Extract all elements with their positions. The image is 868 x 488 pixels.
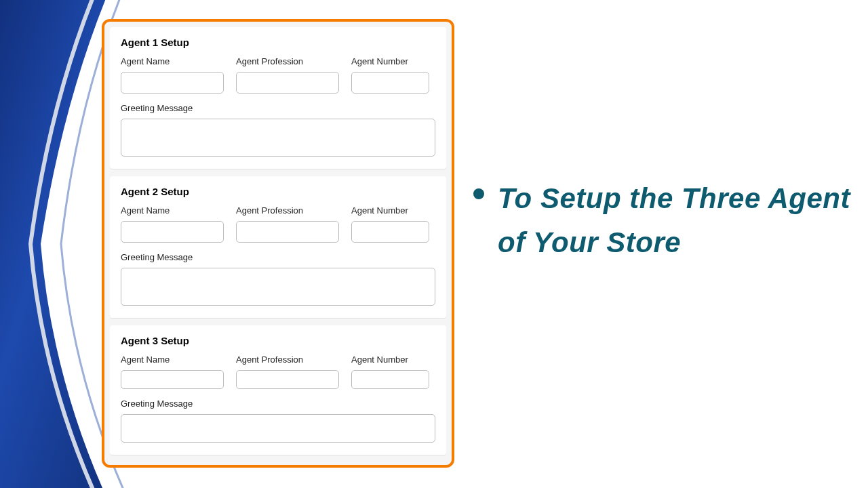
agent-1-number-label: Agent Number: [351, 56, 429, 66]
agent-3-title: Agent 3 Setup: [121, 335, 435, 346]
agent-2-greeting-input[interactable]: [121, 268, 435, 306]
agent-3-name-label: Agent Name: [121, 354, 224, 365]
agent-1-profession-input[interactable]: [236, 72, 339, 94]
agent-1-profession-label: Agent Profession: [236, 56, 339, 66]
agent-3-greeting-input[interactable]: [121, 414, 435, 443]
agent-2-title: Agent 2 Setup: [121, 186, 435, 197]
agent-2-number-label: Agent Number: [351, 205, 429, 216]
agent-2-name-input[interactable]: [121, 221, 224, 243]
agent-2-greeting-group: Greeting Message: [121, 252, 435, 306]
agent-2-number-group: Agent Number: [351, 205, 429, 243]
agent-2-profession-label: Agent Profession: [236, 205, 339, 216]
agent-3-number-label: Agent Number: [351, 354, 429, 365]
agent-3-fields-row: Agent Name Agent Profession Agent Number: [121, 354, 435, 389]
agent-2-name-label: Agent Name: [121, 205, 224, 216]
info-panel: To Setup the Three Agent of Your Store: [473, 176, 853, 264]
agent-3-section: Agent 3 Setup Agent Name Agent Professio…: [110, 325, 446, 455]
info-item: To Setup the Three Agent of Your Store: [473, 176, 853, 264]
agent-1-number-input[interactable]: [351, 72, 429, 94]
bullet-icon: [473, 188, 484, 199]
agent-3-number-input[interactable]: [351, 370, 429, 389]
info-list: To Setup the Three Agent of Your Store: [473, 176, 853, 264]
agent-1-greeting-label: Greeting Message: [121, 103, 435, 113]
agent-3-number-group: Agent Number: [351, 354, 429, 389]
agent-2-name-group: Agent Name: [121, 205, 224, 243]
agent-3-name-input[interactable]: [121, 370, 224, 389]
agent-3-profession-label: Agent Profession: [236, 354, 339, 365]
agent-1-name-group: Agent Name: [121, 56, 224, 94]
agent-1-section: Agent 1 Setup Agent Name Agent Professio…: [110, 27, 446, 169]
agent-2-profession-input[interactable]: [236, 221, 339, 243]
agent-1-fields-row: Agent Name Agent Profession Agent Number: [121, 56, 435, 94]
agent-3-greeting-label: Greeting Message: [121, 399, 435, 409]
agent-1-number-group: Agent Number: [351, 56, 429, 94]
agent-2-fields-row: Agent Name Agent Profession Agent Number: [121, 205, 435, 243]
agent-3-name-group: Agent Name: [121, 354, 224, 389]
agent-1-profession-group: Agent Profession: [236, 56, 339, 94]
agent-1-name-label: Agent Name: [121, 56, 224, 66]
agent-2-greeting-label: Greeting Message: [121, 252, 435, 262]
agent-1-title: Agent 1 Setup: [121, 37, 435, 48]
agent-1-greeting-group: Greeting Message: [121, 103, 435, 157]
agent-3-greeting-group: Greeting Message: [121, 399, 435, 443]
agent-3-profession-input[interactable]: [236, 370, 339, 389]
agent-2-number-input[interactable]: [351, 221, 429, 243]
agent-2-profession-group: Agent Profession: [236, 205, 339, 243]
agent-2-section: Agent 2 Setup Agent Name Agent Professio…: [110, 176, 446, 319]
info-text: To Setup the Three Agent of Your Store: [498, 176, 853, 264]
agent-1-name-input[interactable]: [121, 72, 224, 94]
agent-setup-form: Agent 1 Setup Agent Name Agent Professio…: [102, 19, 454, 468]
agent-3-profession-group: Agent Profession: [236, 354, 339, 389]
agent-1-greeting-input[interactable]: [121, 119, 435, 157]
